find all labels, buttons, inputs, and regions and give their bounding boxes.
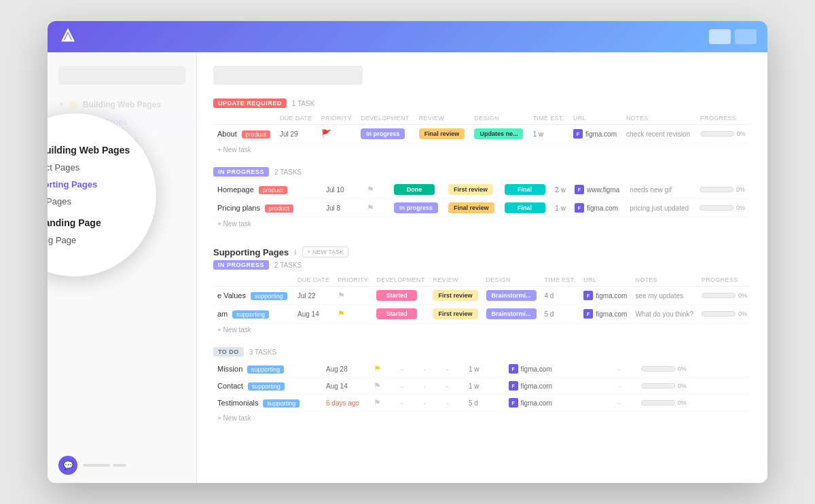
browser-header: [48, 21, 767, 52]
new-task-1[interactable]: + New task: [213, 143, 751, 156]
dev-cell: Started: [372, 305, 429, 323]
priority-cell: ⚑: [333, 305, 372, 323]
table-row: am supporting Aug 14 ⚑ Started First rev…: [213, 305, 751, 323]
sidebar-bottom-lines: [83, 464, 126, 467]
badge-update-required: UPDATE REQUIRED: [213, 98, 287, 108]
task-name-cell: Testimonials supporting: [213, 395, 322, 412]
zoom-item-other[interactable]: Other Pages: [48, 193, 71, 210]
priority-cell: 🚩: [317, 125, 357, 143]
table-wrapper-3: DUE DATE PRIORITY DEVELOPMENT REVIEW DES…: [213, 274, 751, 336]
col-name-s: [213, 274, 293, 287]
design-cell: -: [442, 378, 465, 395]
task-name-cell: Pricing plans product: [213, 199, 322, 217]
table-4: Mission supporting Aug 28 ⚑ - - - 1 w: [213, 361, 751, 412]
priority-cell: ⚑: [369, 361, 397, 378]
tag-supporting-1: supporting: [251, 292, 287, 300]
chat-bubble[interactable]: 💬: [58, 456, 77, 475]
zoom-other-label: Other Pages: [48, 196, 71, 206]
new-task-3[interactable]: + New task: [213, 323, 751, 336]
section-header-3: IN PROGRESS 2 TASKS: [213, 260, 751, 270]
notes-cell: see my updates: [631, 287, 698, 305]
time-cell: 2 w: [551, 181, 570, 199]
table-row: Contact supporting Aug 14 ⚑ - - - 1 w: [213, 378, 751, 395]
new-task-4[interactable]: + New task: [213, 412, 751, 425]
control-button-1[interactable]: [709, 29, 731, 44]
progress-cell: 0%: [637, 361, 751, 378]
review-cell: -: [419, 378, 441, 395]
browser-window: ▼ 📁 Building Web Pages Product Pages Sup…: [48, 21, 767, 483]
task-count-3: 2 TASKS: [274, 262, 302, 269]
time-cell: 5 d: [541, 305, 580, 323]
time-cell: 1 w: [551, 199, 570, 217]
review-cell: -: [419, 395, 441, 412]
sidebar-group-building[interactable]: ▼ 📁 Building Web Pages: [48, 96, 196, 113]
dev-cell: In progress: [357, 125, 415, 143]
section-supporting-in-progress: IN PROGRESS 2 TASKS DUE DATE PRIORITY DE…: [213, 260, 751, 336]
tag-product-2: product: [259, 186, 287, 194]
sidebar-search-bar: [58, 66, 185, 85]
progress-cell: 0%: [698, 305, 751, 323]
table-row: Mission supporting Aug 28 ⚑ - - - 1 w: [213, 361, 751, 378]
url-cell: Fwww.figma: [570, 181, 626, 199]
table-wrapper-2: Homepage product Jul 10 ⚑ Done First rev…: [213, 181, 751, 230]
url-cell: Ffigma.com: [569, 125, 622, 143]
due-date-cell: Jul 22: [293, 287, 333, 305]
task-name-cell: About product: [213, 125, 276, 143]
review-cell: -: [419, 361, 441, 378]
zoom-item-landing[interactable]: Landing Page: [48, 232, 76, 249]
tag-supporting-4: supporting: [248, 382, 285, 391]
design-cell: Final: [501, 199, 551, 217]
sidebar: ▼ 📁 Building Web Pages Product Pages Sup…: [48, 52, 197, 483]
app-logo: [58, 27, 77, 46]
task-name-cell: Contact supporting: [213, 378, 322, 395]
due-date-cell: 6 days ago: [322, 395, 369, 412]
design-cell: Updates ne...: [470, 125, 528, 143]
dev-cell: -: [397, 395, 419, 412]
tag-supporting-5: supporting: [263, 399, 300, 408]
table-row: e Values supporting Jul 22 ⚑ Started Fir…: [213, 287, 751, 305]
col-due-date-s: DUE DATE: [293, 274, 333, 287]
due-date-cell: Aug 14: [293, 305, 333, 323]
supporting-pages-section: Supporting Pages ℹ + NEW TASK: [213, 241, 751, 260]
zoom-item-supporting[interactable]: Supporting Pages: [48, 176, 97, 193]
task-name-cell: am supporting: [213, 305, 293, 323]
priority-cell: ⚑: [333, 287, 372, 305]
col-design: DESIGN: [470, 112, 528, 125]
sidebar-bottom: 💬: [48, 448, 196, 483]
badge-in-progress: IN PROGRESS: [213, 167, 269, 177]
col-development: DEVELOPMENT: [357, 112, 415, 125]
url-cell: Ffigma.com: [505, 378, 615, 395]
col-priority-s: PRIORITY: [333, 274, 372, 287]
task-count-2: 2 TASKS: [274, 168, 302, 176]
priority-cell: ⚑: [369, 395, 397, 412]
review-cell: First review: [444, 181, 501, 199]
progress-cell: 0%: [637, 395, 751, 412]
control-button-2[interactable]: [735, 29, 757, 44]
zoom-group-landing[interactable]: ▼ 📁 Landing Page: [48, 214, 101, 232]
section-header-4: TO DO 3 TASKS: [213, 347, 751, 357]
zoom-landing-label: Landing Page: [48, 217, 101, 228]
zoom-group-building[interactable]: ▼ 📁 Building Web Pages: [48, 141, 130, 159]
browser-controls: [709, 29, 757, 44]
add-task-button[interactable]: + NEW TASK: [302, 247, 348, 257]
time-cell: 1 w: [465, 378, 505, 395]
new-task-2[interactable]: + New task: [213, 217, 751, 230]
tag-product-3: product: [265, 204, 293, 213]
url-cell: Ffigma.com: [570, 199, 626, 217]
url-cell: Ffigma.com: [579, 287, 631, 305]
review-cell: First review: [429, 305, 482, 323]
priority-cell: ⚑: [369, 378, 397, 395]
task-count-4: 3 TASKS: [249, 348, 276, 356]
col-priority: PRIORITY: [317, 112, 357, 125]
zoom-item-product[interactable]: Product Pages: [48, 159, 79, 176]
badge-todo: TO DO: [213, 347, 244, 357]
section-supporting-todo: TO DO 3 TASKS Mission supporting Aug 28: [213, 347, 751, 425]
task-name-cell: Homepage product: [213, 181, 322, 199]
task-name-cell: Mission supporting: [213, 361, 322, 378]
table-wrapper-1: DUE DATE PRIORITY DEVELOPMENT REVIEW DES…: [213, 112, 751, 156]
review-cell: Final review: [415, 125, 471, 143]
url-cell: Ffigma.com: [579, 305, 631, 323]
due-date-cell: Aug 28: [322, 361, 369, 378]
table-3: DUE DATE PRIORITY DEVELOPMENT REVIEW DES…: [213, 274, 751, 323]
zoom-supporting-label: Supporting Pages: [48, 179, 97, 190]
